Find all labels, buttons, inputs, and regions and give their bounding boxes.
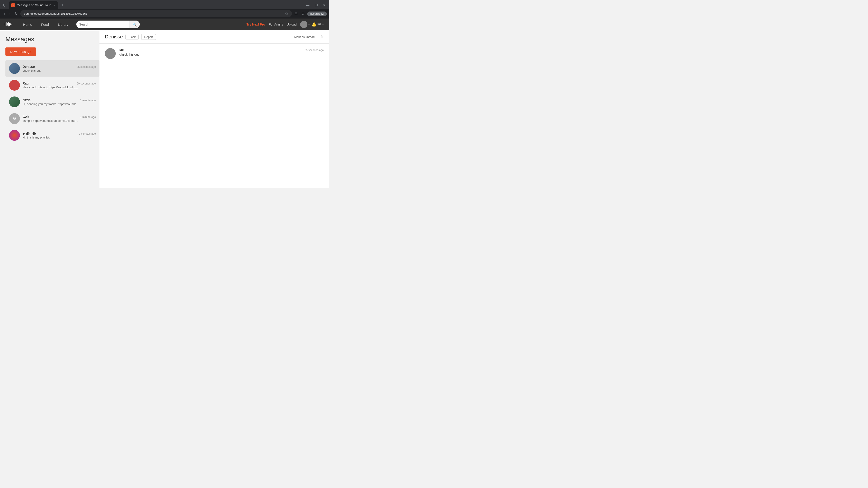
more-options-button[interactable]: ··· xyxy=(322,22,326,27)
messages-button[interactable]: ✉ xyxy=(317,22,321,27)
mark-unread-button[interactable]: Mark as unread xyxy=(294,35,315,39)
svg-rect-5 xyxy=(9,23,10,26)
sc-logo[interactable] xyxy=(4,22,15,28)
block-button[interactable]: Block xyxy=(125,34,138,40)
conv-preview: sample https://soundcloud.com/a24beaba/s… xyxy=(23,119,79,123)
chat-header: Denisse Block Report Mark as unread 🗑 xyxy=(99,30,329,43)
nav-home[interactable]: Home xyxy=(19,19,37,30)
conv-preview: Hi, sending you my tracks. https://sound… xyxy=(23,102,79,106)
list-item[interactable]: ▶ d[-_-]b 2 minutes ago Hi, this is my p… xyxy=(5,127,99,143)
incognito-badge[interactable]: Incognito (2) xyxy=(307,11,327,16)
message-text: check this out xyxy=(119,53,139,56)
svg-rect-3 xyxy=(7,23,8,26)
conv-preview: check this out xyxy=(23,69,79,72)
try-next-pro-button[interactable]: Try Next Pro xyxy=(246,23,265,26)
back-button[interactable]: ‹ xyxy=(2,10,6,17)
message-sender: Me xyxy=(119,48,124,52)
svg-rect-7 xyxy=(11,24,12,25)
delete-conversation-icon[interactable]: 🗑 xyxy=(320,35,324,39)
address-bar-row: ‹ › ↻ soundcloud.com/messages/101395:135… xyxy=(0,9,329,19)
conv-name: Raul xyxy=(23,82,29,85)
notifications-button[interactable]: 🔔 xyxy=(311,22,316,27)
conv-name: GAb xyxy=(23,115,29,119)
svg-rect-2 xyxy=(6,22,6,26)
reload-button[interactable]: ↻ xyxy=(13,11,19,17)
sc-header: Home Feed Library 🔍 Try Next Pro For Art… xyxy=(0,19,329,30)
svg-rect-0 xyxy=(4,23,4,25)
avatar xyxy=(9,63,20,74)
message-content: Me 25 seconds ago check this out xyxy=(119,48,324,59)
conv-preview: Hi, this is my playlist. xyxy=(23,136,79,139)
search-input[interactable] xyxy=(76,23,129,26)
avatar xyxy=(105,48,116,59)
tab-close-icon[interactable]: × xyxy=(54,3,56,7)
conv-time: 2 minutes ago xyxy=(79,132,96,135)
upload-button[interactable]: Upload xyxy=(287,23,297,26)
close-window-button[interactable]: × xyxy=(321,2,327,8)
conv-info: Denisse 25 seconds ago check this out xyxy=(23,65,96,72)
conv-preview: Hey, check this out. https://soundcloud.… xyxy=(23,86,79,89)
conversation-list: Denisse 25 seconds ago check this out Ra… xyxy=(5,60,99,143)
soundcloud-app: Home Feed Library 🔍 Try Next Pro For Art… xyxy=(0,19,329,188)
conv-info: GAb 1 minute ago sample https://soundclo… xyxy=(23,115,96,123)
report-button[interactable]: Report xyxy=(141,34,156,40)
nav-library[interactable]: Library xyxy=(53,19,73,30)
profile-button[interactable]: ⊙ xyxy=(300,11,306,17)
new-message-button[interactable]: New message xyxy=(5,47,36,56)
svg-rect-6 xyxy=(10,23,11,25)
extensions-button[interactable]: ⊞ xyxy=(293,11,299,17)
list-item[interactable]: Denisse 25 seconds ago check this out xyxy=(5,60,99,76)
list-item[interactable]: Raul 50 seconds ago Hey, check this out.… xyxy=(5,77,99,93)
avatar-chevron-icon: ▾ xyxy=(308,23,310,26)
svg-rect-1 xyxy=(5,23,5,26)
forward-button[interactable]: › xyxy=(8,10,12,17)
tab-group-button[interactable]: ⬡ xyxy=(2,2,8,8)
tab-bar: ⬡ ♪ Messages on SoundCloud × + — ❐ × xyxy=(0,0,329,9)
message-timestamp: 25 seconds ago xyxy=(305,48,324,52)
sc-search-bar[interactable]: 🔍 xyxy=(76,21,140,28)
address-bar[interactable]: soundcloud.com/messages/101395:135070136… xyxy=(20,10,292,17)
avatar-wrapper[interactable]: ▾ xyxy=(300,21,310,28)
maximize-button[interactable]: ❐ xyxy=(313,2,320,8)
star-icon[interactable]: ☆ xyxy=(285,11,288,16)
search-button[interactable]: 🔍 xyxy=(129,21,140,28)
avatar xyxy=(9,80,20,91)
message-row: Me 25 seconds ago check this out xyxy=(105,48,324,59)
conv-time: 1 minute ago xyxy=(80,99,96,102)
avatar: G xyxy=(9,113,20,124)
list-item[interactable]: G GAb 1 minute ago sample https://soundc… xyxy=(5,110,99,127)
minimize-button[interactable]: — xyxy=(304,2,312,8)
tab-favicon: ♪ xyxy=(11,3,15,7)
chat-panel: Denisse Block Report Mark as unread 🗑 Me… xyxy=(99,30,329,188)
address-text: soundcloud.com/messages/101395:135070136… xyxy=(24,12,283,15)
main-content: Messages New message Denisse 25 seconds … xyxy=(0,30,329,188)
conv-name: ▶ d[-_-]b xyxy=(23,132,36,135)
conv-info: ▶ d[-_-]b 2 minutes ago Hi, this is my p… xyxy=(23,132,96,139)
conv-name: rizzle xyxy=(23,98,31,102)
user-avatar xyxy=(300,21,307,28)
sc-nav: Home Feed Library xyxy=(19,19,73,30)
conv-time: 25 seconds ago xyxy=(76,65,96,68)
for-artists-button[interactable]: For Artists xyxy=(269,23,283,26)
conv-info: rizzle 1 minute ago Hi, sending you my t… xyxy=(23,98,96,106)
svg-rect-4 xyxy=(8,22,9,26)
page-title: Messages xyxy=(5,36,99,43)
nav-feed[interactable]: Feed xyxy=(37,19,53,30)
avatar xyxy=(9,96,20,107)
active-tab[interactable]: ♪ Messages on SoundCloud × xyxy=(8,1,58,9)
conv-time: 1 minute ago xyxy=(80,116,96,119)
new-tab-button[interactable]: + xyxy=(59,2,66,8)
conv-name: Denisse xyxy=(23,65,35,68)
list-item[interactable]: rizzle 1 minute ago Hi, sending you my t… xyxy=(5,94,99,110)
tab-title: Messages on SoundCloud xyxy=(17,3,52,7)
browser-chrome: ⬡ ♪ Messages on SoundCloud × + — ❐ × ‹ ›… xyxy=(0,0,329,19)
sidebar: Messages New message Denisse 25 seconds … xyxy=(0,30,99,188)
conv-time: 50 seconds ago xyxy=(76,82,96,85)
chat-contact-name: Denisse xyxy=(105,34,123,40)
chat-messages: Me 25 seconds ago check this out xyxy=(99,43,329,188)
avatar xyxy=(9,130,20,141)
conv-info: Raul 50 seconds ago Hey, check this out.… xyxy=(23,82,96,89)
